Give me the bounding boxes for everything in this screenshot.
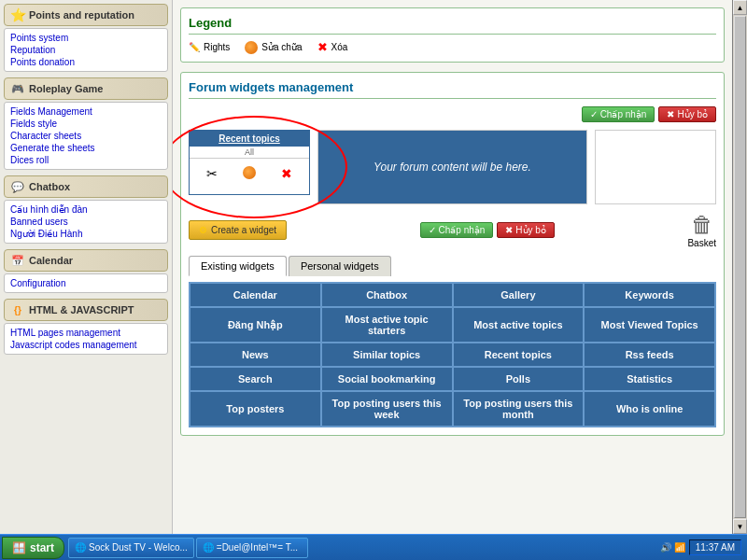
widget-dang-nhap[interactable]: Đăng Nhập <box>190 307 321 343</box>
second-toolbar-buttons: ✓ Chấp nhận ✖ Hủy bỏ <box>420 222 555 238</box>
legend-sua-chua: Sửa chữa <box>245 41 302 54</box>
huy-bo-button-top[interactable]: ✖ Hủy bỏ <box>658 106 716 122</box>
widget-keywords[interactable]: Keywords <box>584 283 715 307</box>
sidebar-item-banned-users[interactable]: Banned users <box>10 216 162 228</box>
taskbar: 🪟 start 🌐 Sock Dust TV - Welco... 🌐 =Due… <box>0 534 747 560</box>
widget-grid: Calendar Chatbox Gallery Keywords Đăng N… <box>189 282 716 427</box>
start-button[interactable]: 🪟 start <box>2 537 64 559</box>
widget-recent-topics[interactable]: Recent topics <box>453 343 585 367</box>
widget-who-is-online[interactable]: Who is online <box>584 391 715 427</box>
xoa-icon: ✖ <box>317 40 328 54</box>
widget-most-viewed[interactable]: Most Viewed Topics <box>584 307 715 343</box>
taskbar-items: 🌐 Sock Dust TV - Welco... 🌐 =Duel@Intel™… <box>68 538 660 558</box>
chap-nhan-button-bottom[interactable]: ✓ Chấp nhận <box>420 222 494 238</box>
tab-existing-widgets[interactable]: Existing widgets <box>189 256 287 276</box>
sidebar-header-roleplay[interactable]: 🎮 Roleplay Game <box>4 77 168 100</box>
taskbar-item-duel[interactable]: 🌐 =Duel@Intel™= T... <box>196 538 308 558</box>
widget-social-bookmarking[interactable]: Social bookmarking <box>321 367 453 391</box>
top-toolbar: ✓ Chấp nhận ✖ Hủy bỏ <box>189 106 716 122</box>
scroll-thumb[interactable] <box>734 16 746 518</box>
html-icon: {} <box>10 302 25 317</box>
sidebar-section-calendar: 📅 Calendar Configuration <box>4 249 168 293</box>
widget-statistics[interactable]: Statistics <box>584 367 715 391</box>
taskbar-item-sock-dust[interactable]: 🌐 Sock Dust TV - Welco... <box>68 538 194 558</box>
widget-rss-feeds[interactable]: Rss feeds <box>584 343 715 367</box>
legend-title: Legend <box>189 16 716 35</box>
empty-widget-box <box>595 130 716 204</box>
widget-polls[interactable]: Polls <box>453 367 585 391</box>
calendar-icon: 📅 <box>10 253 25 268</box>
legend-items: ✏️ Rights Sửa chữa ✖ Xóa <box>189 40 716 54</box>
sidebar-label-calendar: Calendar <box>29 255 73 266</box>
taskbar-item-duel-icon: 🌐 <box>203 542 214 553</box>
huy-bo-bottom-label: Hủy bỏ <box>515 225 546 235</box>
tabs-row: Existing widgets Personal widgets <box>189 256 716 276</box>
sidebar-header-calendar[interactable]: 📅 Calendar <box>4 249 168 272</box>
widget-top-posting-month[interactable]: Top posting users this month <box>453 391 585 427</box>
recent-topics-header[interactable]: Recent topics <box>190 131 309 147</box>
sidebar-items-roleplay: Fields Management Fields style Character… <box>4 102 168 170</box>
sidebar-item-configuration[interactable]: Configuration <box>10 277 162 289</box>
sidebar-item-points-donation[interactable]: Points donation <box>10 56 162 68</box>
taskbar-right: 🔊 📶 11:37 AM <box>660 539 747 555</box>
chap-nhan-bottom-icon: ✓ <box>429 225 436 235</box>
create-widget-icon: ⚙ <box>199 225 207 235</box>
basket-label: Basket <box>687 238 716 248</box>
widget-top-posting-week[interactable]: Top posting users this week <box>321 391 453 427</box>
sidebar-item-dices-roll[interactable]: Dices roll <box>10 154 162 166</box>
basket-icon: 🗑 <box>691 212 713 238</box>
widget-calendar[interactable]: Calendar <box>190 283 321 307</box>
legend-box: Legend ✏️ Rights Sửa chữa ✖ Xóa <box>180 7 725 63</box>
sidebar-header-points[interactable]: ⭐ Points and reputation <box>4 4 168 26</box>
widget-area: Recent topics All ✂ ✖ Your forum content… <box>189 130 716 204</box>
widget-most-active-topics[interactable]: Most active topics <box>453 307 585 343</box>
sua-chua-label: Sửa chữa <box>261 42 302 52</box>
chap-nhan-button-top[interactable]: ✓ Chấp nhận <box>582 106 655 122</box>
widget-gallery[interactable]: Gallery <box>453 283 585 307</box>
sidebar-section-points: ⭐ Points and reputation Points system Re… <box>4 4 168 72</box>
widget-action-delete[interactable]: ✖ <box>281 166 292 181</box>
sidebar-label-html: HTML & JAVASCRIPT <box>29 304 134 315</box>
widget-chatbox[interactable]: Chatbox <box>321 283 453 307</box>
sidebar-item-generate-sheets[interactable]: Generate the sheets <box>10 142 162 154</box>
sidebar-item-javascript-codes[interactable]: Javascript codes management <box>10 339 162 351</box>
scroll-up-arrow[interactable]: ▲ <box>733 0 747 15</box>
tab-personal-widgets[interactable]: Personal widgets <box>289 256 391 276</box>
taskbar-icons: 🔊 📶 <box>660 542 685 553</box>
sidebar: ⭐ Points and reputation Points system Re… <box>0 0 173 534</box>
sidebar-section-chatbox: 💬 Chatbox Cấu hình diễn đàn Banned users… <box>4 175 168 244</box>
sidebar-item-reputation[interactable]: Reputation <box>10 44 162 56</box>
sidebar-item-fields-style[interactable]: Fields style <box>10 118 162 130</box>
legend-rights: ✏️ Rights <box>189 42 230 52</box>
sidebar-item-nguoi-dieu-hanh[interactable]: Người Điều Hành <box>10 228 162 240</box>
huy-bo-button-bottom[interactable]: ✖ Hủy bỏ <box>497 222 555 238</box>
scroll-down-arrow[interactable]: ▼ <box>733 519 747 534</box>
sidebar-item-html-pages[interactable]: HTML pages management <box>10 327 162 339</box>
create-widget-label: Create a widget <box>211 225 276 235</box>
widget-action-circle[interactable] <box>243 166 256 179</box>
widget-top-posters[interactable]: Top posters <box>190 391 321 427</box>
widget-action-pencil[interactable]: ✂ <box>206 166 218 181</box>
sidebar-header-html[interactable]: {} HTML & JAVASCRIPT <box>4 299 168 321</box>
scrollbar[interactable]: ▲ ▼ <box>732 0 747 534</box>
widget-similar-topics[interactable]: Similar topics <box>321 343 453 367</box>
widget-most-active-starters[interactable]: Most active topic starters <box>321 307 453 343</box>
chatbox-icon: 💬 <box>10 179 25 194</box>
star-icon: ⭐ <box>10 7 25 22</box>
forum-placeholder: Your forum content will be here. <box>317 130 587 204</box>
clock: 11:37 AM <box>689 539 741 555</box>
sidebar-header-chatbox[interactable]: 💬 Chatbox <box>4 175 168 198</box>
sua-chua-icon <box>245 41 258 54</box>
recent-topics-widget[interactable]: Recent topics All ✂ ✖ <box>189 130 310 195</box>
sidebar-item-points-system[interactable]: Points system <box>10 32 162 44</box>
sidebar-item-fields-management[interactable]: Fields Management <box>10 105 162 118</box>
main-content: Legend ✏️ Rights Sửa chữa ✖ Xóa <box>173 0 732 534</box>
widget-search[interactable]: Search <box>190 367 321 391</box>
sidebar-item-cau-hinh[interactable]: Cấu hình diễn đàn <box>10 203 162 216</box>
sidebar-item-character-sheets[interactable]: Character sheets <box>10 130 162 142</box>
taskbar-item-duel-label: =Duel@Intel™= T... <box>217 542 298 553</box>
create-widget-button[interactable]: ⚙ Create a widget <box>189 220 287 240</box>
widget-news[interactable]: News <box>190 343 321 367</box>
widgets-section: Forum widgets management ✓ Chấp nhận ✖ H… <box>180 72 725 436</box>
recent-topics-subheader: All <box>190 147 309 159</box>
